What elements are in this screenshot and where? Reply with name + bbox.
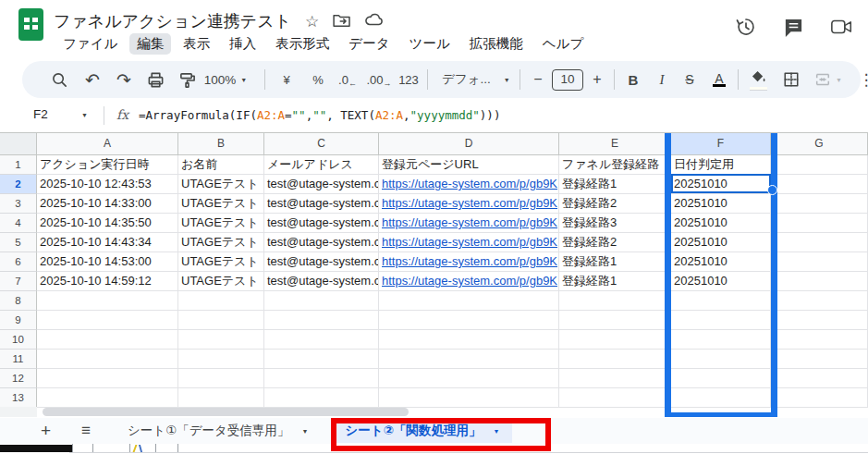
cell[interactable]: https://utage-system.com/p/gb9K: [379, 175, 559, 194]
cell[interactable]: [771, 233, 868, 252]
cell[interactable]: メールアドレス: [264, 155, 379, 175]
cell[interactable]: [771, 291, 868, 311]
cell[interactable]: [771, 388, 868, 408]
cell[interactable]: [771, 330, 868, 350]
row-header-6[interactable]: 6: [0, 252, 37, 272]
currency-format-button[interactable]: ¥: [272, 61, 301, 98]
menu-item-ツール[interactable]: ツール: [402, 33, 458, 55]
cell[interactable]: アクション実行日時: [37, 155, 178, 175]
cell[interactable]: [559, 350, 671, 369]
cell[interactable]: 2025-10-10 14:33:00: [37, 194, 178, 214]
row-header-7[interactable]: 7: [0, 272, 37, 291]
cell-link[interactable]: https://utage-system.com/p/gb9K: [382, 235, 557, 249]
cell[interactable]: test@utage-system.c: [264, 175, 379, 194]
cell[interactable]: ファネル登録経路: [559, 155, 671, 175]
cell[interactable]: 登録経路1: [559, 272, 671, 291]
cell[interactable]: [771, 350, 868, 369]
document-title[interactable]: ファネルアクション連携テスト: [54, 10, 291, 32]
menu-item-表示形式[interactable]: 表示形式: [268, 33, 336, 55]
row-header-1[interactable]: 1: [0, 155, 37, 175]
cell[interactable]: [771, 252, 868, 272]
row-header-10[interactable]: 10: [0, 330, 37, 350]
name-box[interactable]: F2: [33, 107, 48, 121]
cell[interactable]: [771, 155, 868, 175]
cell[interactable]: https://utage-system.com/p/gb9K: [379, 214, 559, 233]
cell[interactable]: 2025-10-10 14:59:12: [37, 272, 178, 291]
cell[interactable]: https://utage-system.com/p/gb9K: [379, 272, 559, 291]
cell-link[interactable]: https://utage-system.com/p/gb9K: [382, 177, 557, 190]
cell[interactable]: 登録経路1: [559, 175, 671, 194]
cell[interactable]: [264, 311, 379, 330]
sheet-tab-2[interactable]: シート②「関数処理用」▼: [332, 419, 512, 443]
menu-item-データ[interactable]: データ: [341, 33, 397, 55]
row-header-12[interactable]: 12: [0, 369, 37, 388]
cell[interactable]: [671, 291, 771, 311]
borders-icon[interactable]: [776, 61, 806, 98]
cell[interactable]: [178, 330, 264, 350]
cell[interactable]: [178, 350, 264, 369]
cell[interactable]: test@utage-system.c: [264, 194, 379, 214]
cell[interactable]: 2025-10-10 14:43:34: [37, 233, 178, 252]
menu-item-ファイル[interactable]: ファイル: [55, 33, 125, 55]
more-toolbar-icon[interactable]: ⋮: [852, 61, 868, 98]
row-header-11[interactable]: 11: [0, 350, 37, 369]
zoom-select[interactable]: 100%▼: [203, 61, 248, 98]
menu-item-編集[interactable]: 編集: [129, 33, 171, 55]
cell[interactable]: [264, 350, 379, 369]
cell[interactable]: 20251010: [671, 252, 771, 272]
cell[interactable]: [178, 311, 264, 330]
column-header-A[interactable]: A: [37, 133, 178, 155]
cell[interactable]: 登録元ページURL: [379, 155, 559, 175]
sheet-tab-1[interactable]: シート①「データ受信専用」▼: [128, 419, 308, 443]
cell[interactable]: UTAGEテスト: [178, 252, 264, 272]
cell[interactable]: [559, 388, 671, 408]
cell[interactable]: [671, 311, 771, 330]
cell[interactable]: [178, 388, 264, 408]
menu-item-表示[interactable]: 表示: [176, 33, 217, 55]
menu-item-挿入[interactable]: 挿入: [222, 33, 263, 55]
cell[interactable]: https://utage-system.com/p/gb9K: [379, 252, 559, 272]
column-header-G[interactable]: G: [771, 133, 868, 155]
cell[interactable]: [264, 291, 379, 311]
cell[interactable]: お名前: [178, 155, 264, 175]
cell[interactable]: [37, 350, 178, 369]
all-sheets-icon[interactable]: ≡: [81, 418, 91, 444]
cell[interactable]: test@utage-system.c: [264, 233, 379, 252]
comment-icon[interactable]: [783, 17, 804, 42]
more-formats-button[interactable]: 123: [394, 61, 423, 98]
sheet-tab-caret-icon[interactable]: ▼: [301, 428, 308, 435]
cell[interactable]: [771, 369, 868, 388]
cell-link[interactable]: https://utage-system.com/p/gb9K: [382, 215, 557, 229]
cell[interactable]: [37, 388, 178, 408]
cell[interactable]: [559, 330, 671, 350]
row-header-4[interactable]: 4: [0, 214, 37, 233]
cell[interactable]: [37, 311, 178, 330]
star-icon[interactable]: ☆: [305, 14, 319, 30]
cell[interactable]: [379, 350, 559, 369]
sheets-logo[interactable]: [18, 8, 43, 41]
version-history-icon[interactable]: [735, 16, 757, 42]
cell[interactable]: https://utage-system.com/p/gb9K: [379, 194, 559, 214]
column-header-F[interactable]: F: [671, 133, 771, 155]
row-header-9[interactable]: 9: [0, 311, 37, 330]
paint-format-icon[interactable]: [172, 61, 202, 98]
text-color-button[interactable]: A: [704, 61, 734, 98]
cell[interactable]: 2025-10-10 14:35:50: [37, 214, 178, 233]
cell[interactable]: [671, 330, 771, 350]
cell[interactable]: 20251010: [671, 194, 771, 214]
print-icon[interactable]: [141, 61, 170, 98]
font-size-input[interactable]: 10: [551, 61, 584, 98]
move-folder-icon[interactable]: [333, 13, 351, 31]
cell[interactable]: 20251010: [671, 233, 771, 252]
cell[interactable]: [264, 388, 379, 408]
percent-format-button[interactable]: %: [303, 61, 333, 98]
cell[interactable]: test@utage-system.c: [264, 252, 379, 272]
cell[interactable]: [264, 330, 379, 350]
undo-icon[interactable]: ↶: [78, 61, 107, 98]
cell[interactable]: [379, 369, 559, 388]
cell-link[interactable]: https://utage-system.com/p/gb9K: [382, 196, 557, 210]
font-family-select[interactable]: デフォ...▼: [434, 61, 521, 98]
horizontal-scrollbar[interactable]: [43, 408, 409, 416]
increase-font-size-button[interactable]: +: [584, 61, 610, 98]
cell-link[interactable]: https://utage-system.com/p/gb9K: [382, 254, 557, 268]
